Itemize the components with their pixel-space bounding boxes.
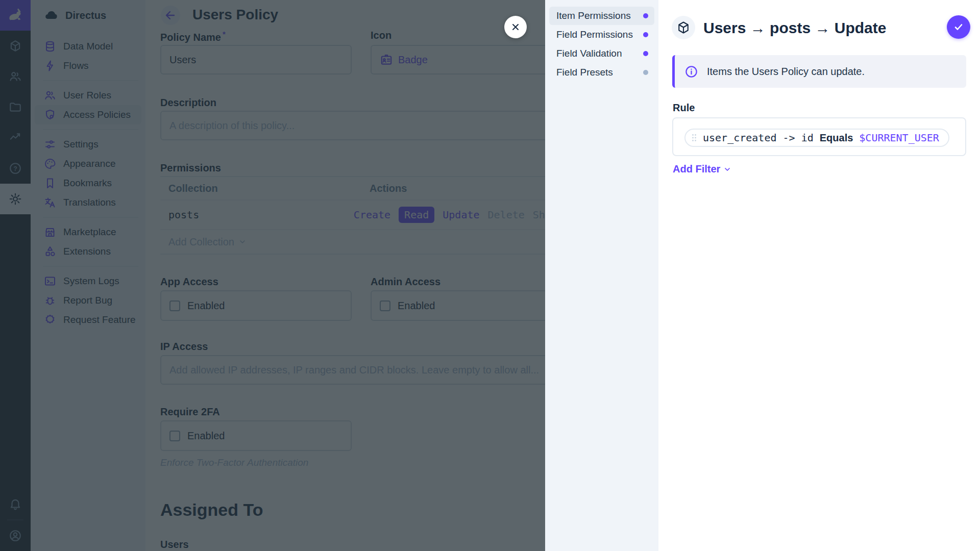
close-icon	[510, 22, 521, 32]
info-icon	[684, 65, 698, 79]
status-dot	[643, 70, 648, 75]
filter-operator[interactable]: Equals	[820, 132, 853, 144]
filter-field[interactable]: user_created -> id	[703, 132, 814, 144]
close-drawer-button[interactable]	[504, 16, 527, 38]
tab-field-validation[interactable]: Field Validation	[549, 44, 654, 63]
permissions-drawer: Item Permissions Field Permissions Field…	[545, 0, 980, 551]
tab-item-permissions[interactable]: Item Permissions	[549, 7, 654, 25]
cube-icon	[676, 20, 691, 35]
rule-label: Rule	[673, 102, 695, 114]
tab-label: Field Validation	[556, 48, 643, 59]
rule-box: user_created -> id Equals $CURRENT_USER	[672, 117, 966, 156]
chevron-down-icon	[723, 165, 731, 173]
drawer-section-list: Item Permissions Field Permissions Field…	[545, 0, 658, 551]
modal-overlay[interactable]	[0, 0, 545, 551]
drawer-header-icon-circle	[672, 16, 695, 39]
status-dot	[643, 32, 648, 37]
drawer-title: Users → posts → Update	[703, 19, 886, 37]
tab-label: Item Permissions	[556, 10, 643, 21]
drag-handle-icon[interactable]	[692, 134, 697, 142]
tab-label: Field Permissions	[556, 29, 643, 40]
tab-label: Field Presets	[556, 67, 643, 78]
status-dot	[643, 51, 648, 56]
check-icon	[952, 21, 965, 33]
notice-text: Items the Users Policy can update.	[707, 66, 865, 78]
filter-pill[interactable]: user_created -> id Equals $CURRENT_USER	[684, 129, 949, 147]
tab-field-permissions[interactable]: Field Permissions	[549, 26, 654, 44]
add-filter-button[interactable]: Add Filter	[673, 163, 731, 175]
drawer-content: Users → posts → Update Items the Users P…	[658, 0, 980, 551]
info-notice: Items the Users Policy can update.	[672, 55, 966, 88]
status-dot	[643, 13, 648, 18]
tab-field-presets[interactable]: Field Presets	[549, 63, 654, 82]
save-button[interactable]	[947, 15, 970, 39]
filter-value[interactable]: $CURRENT_USER	[859, 132, 939, 144]
